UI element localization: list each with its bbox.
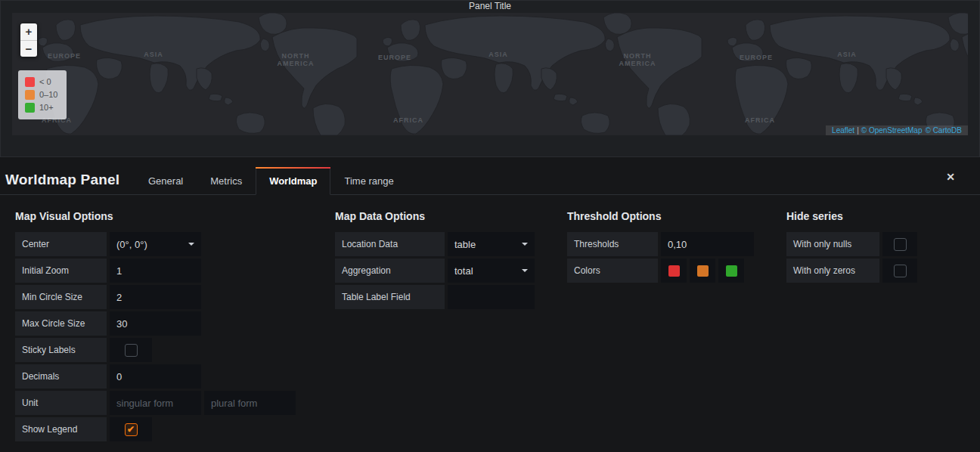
legend-swatch	[25, 77, 35, 87]
form-row-unit: Unit	[15, 391, 299, 415]
editor-tabs: GeneralMetricsWorldmapTime range	[135, 167, 408, 195]
editor-body: Map Visual OptionsCenter(0°, 0°)Initial …	[0, 195, 980, 452]
threshold-color-swatch-1[interactable]	[697, 265, 709, 277]
options-section-map-data-options: Map Data OptionsLocation DatatableAggreg…	[335, 210, 538, 311]
center-select[interactable]: (0°, 0°)	[110, 232, 201, 256]
tab-worldmap[interactable]: Worldmap	[256, 167, 330, 195]
form-row-center: Center(0°, 0°)	[15, 232, 299, 256]
form-row-location-data: Location Datatable	[335, 232, 538, 256]
threshold-color-cell-1	[690, 259, 715, 283]
decimals-label: Decimals	[15, 364, 107, 389]
legend-label: < 0	[39, 76, 51, 88]
with-only-nulls-checkbox[interactable]	[894, 238, 907, 251]
threshold-color-cell-0	[661, 259, 687, 283]
openstreetmap-link[interactable]: © OpenStreetMap	[861, 126, 923, 135]
legend-label: 10+	[39, 102, 54, 113]
map-panel: Panel Title	[0, 0, 980, 157]
with-only-zeros-checkbox[interactable]	[894, 265, 907, 277]
legend-entry: 0–10	[25, 89, 60, 101]
form-row-max-circle-size: Max Circle Size	[15, 311, 299, 336]
selected-value: table	[454, 239, 476, 250]
options-section-hide-series: Hide seriesWith only nullsWith only zero…	[786, 210, 920, 285]
sticky-labels-checkbox[interactable]	[125, 344, 138, 357]
form-row-decimals: Decimals	[15, 364, 299, 389]
aggregation-select[interactable]: total	[448, 259, 535, 283]
max-circle-size-input[interactable]	[110, 311, 201, 336]
grafana-worldmap-editor: Panel Title	[0, 0, 980, 452]
cartodb-link[interactable]: © CartoDB	[926, 126, 963, 135]
thresholds-input[interactable]	[661, 232, 754, 256]
sticky-labels-label: Sticky Labels	[15, 338, 107, 362]
unit-plural-input[interactable]	[204, 391, 296, 415]
section-heading-map-data-options: Map Data Options	[335, 210, 538, 222]
form-row-with-only-nulls: With only nulls	[786, 232, 920, 256]
center-label: Center	[15, 232, 107, 256]
form-row-sticky-labels: Sticky Labels	[15, 338, 299, 362]
with-only-nulls-label: With only nulls	[786, 232, 879, 256]
legend-entry: < 0	[25, 76, 60, 88]
world-map-svg	[12, 13, 968, 135]
panel-editor: Worldmap Panel GeneralMetricsWorldmapTim…	[0, 159, 980, 452]
form-row-aggregation: Aggregationtotal	[335, 259, 538, 283]
editor-title: Worldmap Panel	[5, 172, 119, 188]
options-section-threshold-options: Threshold OptionsThresholdsColors	[567, 210, 757, 285]
legend-entry: 10+	[25, 102, 60, 113]
unit-label: Unit	[15, 391, 107, 415]
form-row-with-only-zeros: With only zeros	[786, 259, 920, 283]
selected-value: total	[454, 265, 473, 277]
legend-swatch	[25, 103, 35, 113]
show-legend-checkbox-cell: ✔	[110, 417, 152, 441]
worldmap[interactable]: EUROPEASIANORTH AMERICAAFRICAEUROPEASIAA…	[12, 13, 968, 135]
initial-zoom-label: Initial Zoom	[15, 259, 107, 283]
panel-title[interactable]: Panel Title	[1, 1, 979, 13]
sticky-labels-checkbox-cell	[110, 338, 152, 362]
with-only-zeros-label: With only zeros	[786, 259, 879, 283]
section-heading-threshold-options: Threshold Options	[567, 210, 757, 222]
chevron-down-icon	[188, 243, 194, 246]
min-circle-size-input[interactable]	[110, 285, 201, 309]
location-data-select[interactable]: table	[448, 232, 535, 256]
with-only-zeros-checkbox-cell	[882, 259, 917, 283]
section-heading-hide-series: Hide series	[786, 210, 920, 222]
map-attribution: Leaflet|© OpenStreetMap© CartoDB	[826, 125, 968, 135]
close-icon[interactable]: ✕	[946, 171, 955, 183]
options-section-map-visual-options: Map Visual OptionsCenter(0°, 0°)Initial …	[15, 210, 299, 444]
map-zoom-control: + −	[20, 23, 38, 57]
attribution-divider: |	[857, 126, 859, 135]
chevron-down-icon	[522, 269, 528, 272]
unit-singular-input[interactable]	[110, 391, 201, 415]
form-row-colors: Colors	[567, 259, 757, 283]
min-circle-size-label: Min Circle Size	[15, 285, 107, 309]
aggregation-label: Aggregation	[335, 259, 445, 283]
colors-label: Colors	[567, 259, 658, 283]
max-circle-size-label: Max Circle Size	[15, 311, 107, 336]
tab-time-range[interactable]: Time range	[330, 167, 407, 195]
show-legend-checkbox[interactable]: ✔	[125, 423, 138, 436]
initial-zoom-input[interactable]	[110, 259, 201, 283]
legend-swatch	[25, 90, 35, 100]
threshold-color-swatch-2[interactable]	[726, 265, 737, 277]
editor-header: Worldmap Panel GeneralMetricsWorldmapTim…	[0, 159, 980, 195]
location-data-label: Location Data	[335, 232, 445, 256]
map-legend: < 00–1010+	[18, 70, 67, 119]
table-label-field-label: Table Label Field	[335, 285, 445, 309]
table-label-field-input[interactable]	[448, 285, 535, 309]
form-row-table-label-field: Table Label Field	[335, 285, 538, 309]
selected-value: (0°, 0°)	[116, 239, 147, 250]
threshold-color-swatch-0[interactable]	[668, 265, 680, 277]
form-row-min-circle-size: Min Circle Size	[15, 285, 299, 309]
form-row-initial-zoom: Initial Zoom	[15, 259, 299, 283]
with-only-nulls-checkbox-cell	[882, 232, 917, 256]
zoom-in-button[interactable]: +	[20, 23, 37, 40]
leaflet-link[interactable]: Leaflet	[832, 126, 854, 135]
thresholds-label: Thresholds	[567, 232, 658, 256]
chevron-down-icon	[522, 243, 528, 246]
show-legend-label: Show Legend	[15, 417, 107, 441]
form-row-thresholds: Thresholds	[567, 232, 757, 256]
decimals-input[interactable]	[110, 364, 201, 389]
zoom-out-button[interactable]: −	[20, 40, 37, 57]
form-row-show-legend: Show Legend✔	[15, 417, 299, 441]
tab-general[interactable]: General	[135, 167, 197, 195]
tab-metrics[interactable]: Metrics	[197, 167, 256, 195]
legend-label: 0–10	[39, 89, 57, 101]
